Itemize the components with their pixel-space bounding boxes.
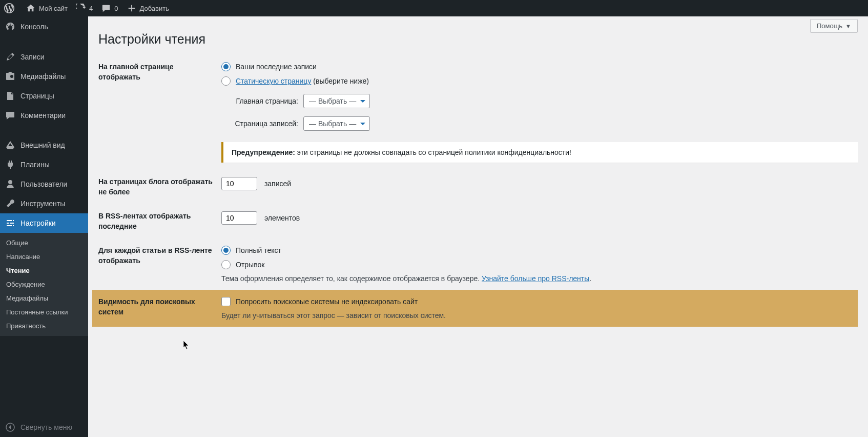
update-icon [76,3,86,13]
svg-rect-0 [7,220,12,221]
main-content: Помощь ▼ Настройки чтения На главной стр… [88,16,868,437]
caret-down-icon: ▼ [845,23,851,29]
menu-appearance-label: Внешний вид [20,141,65,149]
settings-icon [5,218,15,228]
site-name-label: Мой сайт [39,5,68,12]
menu-dashboard[interactable]: Консоль [0,16,88,37]
comments-menu-icon [5,110,15,121]
menu-comments[interactable]: Комментарии [0,106,88,125]
rss-desc-suffix: . [589,274,591,283]
menu-appearance[interactable]: Внешний вид [0,135,88,155]
menu-posts-label: Записи [20,53,44,61]
media-icon [5,71,15,82]
menu-media-label: Медиафайлы [20,72,66,81]
checkbox-discourage-search[interactable] [221,297,231,306]
updates-count: 4 [89,5,93,12]
help-label: Помощь [817,22,842,30]
submenu-privacy[interactable]: Приватность [0,319,88,333]
menu-plugins[interactable]: Плагины [0,155,88,174]
svg-rect-1 [13,220,14,221]
visibility-description: Будет ли учитываться этот запрос — завис… [221,311,852,320]
menu-settings[interactable]: Настройки [0,213,88,233]
comments-menu[interactable]: 0 [97,0,122,16]
radio-excerpt-label[interactable]: Отрывок [236,261,264,269]
collapse-label: Свернуть меню [20,423,72,431]
row-visibility: Видимость для поисковых систем Попросить… [92,297,852,320]
menu-users-label: Пользователи [20,180,67,188]
pages-icon [5,91,15,101]
tools-icon [5,198,15,209]
updates-menu[interactable]: 4 [72,0,97,16]
suffix-rss-items: элементов [264,214,300,222]
site-name-menu[interactable]: Мой сайт [22,0,72,16]
radio-static-page-label[interactable]: Статическую страницу (выберите ниже) [236,77,369,85]
static-page-link[interactable]: Статическую страницу [236,77,311,85]
radio-excerpt[interactable] [221,260,231,269]
settings-submenu: Общие Написание Чтение Обсуждение Медиаф… [0,233,88,336]
menu-posts[interactable]: Записи [0,47,88,67]
label-front-page: На главной странице отображать [98,62,221,82]
submenu-writing[interactable]: Написание [0,250,88,264]
label-blog-pages: На страницах блога отображать не более [98,177,221,197]
svg-rect-2 [7,223,9,224]
wp-logo-menu[interactable] [0,0,22,16]
radio-static-page[interactable] [221,76,231,86]
new-content-menu[interactable]: Добавить [122,0,173,16]
label-posts-page: Страница записей: [232,120,303,128]
warning-notice: Предупреждение: эти страницы не должны с… [221,142,858,163]
posts-icon [5,52,15,62]
checkbox-discourage-label[interactable]: Попросить поисковые системы не индексиро… [236,297,418,306]
label-rss-content: Для каждой статьи в RSS-ленте отображать [98,246,221,266]
input-posts-per-page[interactable] [221,177,257,190]
comments-count: 0 [114,5,118,12]
submenu-general[interactable]: Общие [0,236,88,250]
new-content-label: Добавить [140,5,169,12]
row-front-page: На главной странице отображать Ваши посл… [98,62,858,163]
warning-text: эти страницы не должны совпадать со стра… [295,148,571,156]
menu-media[interactable]: Медиафайлы [0,67,88,86]
admin-sidebar: Консоль Записи Медиафайлы Страницы Комме… [0,16,88,437]
input-rss-items[interactable] [221,211,257,225]
radio-full-text-label[interactable]: Полный текст [236,246,281,254]
plus-icon [127,3,137,13]
suffix-posts-per-page: записей [264,180,291,188]
collapse-icon [5,422,15,432]
page-title: Настройки чтения [98,32,858,47]
home-icon [26,3,36,13]
menu-tools-label: Инструменты [20,200,65,208]
menu-users[interactable]: Пользователи [0,174,88,194]
submenu-media[interactable]: Медиафайлы [0,291,88,305]
radio-full-text[interactable] [221,246,231,255]
menu-tools[interactable]: Инструменты [0,194,88,213]
plugins-icon [5,160,15,170]
rss-learn-more-link[interactable]: Узнайте больше про RSS-ленты [482,274,589,283]
label-home-page: Главная страница: [232,97,303,105]
row-rss-content: Для каждой статьи в RSS-ленте отображать… [98,246,858,283]
submenu-reading[interactable]: Чтение [0,264,88,277]
radio-latest-posts[interactable] [221,62,231,71]
menu-settings-label: Настройки [20,219,56,227]
radio-latest-posts-label[interactable]: Ваши последние записи [236,63,317,71]
select-posts-page[interactable]: — Выбрать — [303,116,370,131]
submenu-discussion[interactable]: Обсуждение [0,277,88,291]
menu-comments-label: Комментарии [20,111,66,120]
svg-rect-5 [13,225,14,226]
select-home-page[interactable]: — Выбрать — [303,94,370,108]
menu-pages[interactable]: Страницы [0,86,88,106]
dashboard-icon [5,22,15,32]
label-rss-items: В RSS-лентах отображать последние [98,211,221,231]
static-page-suffix: (выберите ниже) [311,77,369,85]
appearance-icon [5,140,15,150]
help-tab[interactable]: Помощь ▼ [810,19,858,33]
menu-dashboard-label: Консоль [20,23,48,31]
submenu-permalinks[interactable]: Постоянные ссылки [0,305,88,319]
row-blog-pages: На страницах блога отображать не более з… [98,177,858,197]
svg-rect-4 [7,225,12,226]
users-icon [5,179,15,189]
collapse-menu[interactable]: Свернуть меню [0,418,88,437]
rss-description: Тема оформления определяет то, как содер… [221,274,858,283]
menu-plugins-label: Плагины [20,161,50,169]
label-visibility: Видимость для поисковых систем [98,297,221,317]
row-rss-items: В RSS-лентах отображать последние элемен… [98,211,858,231]
wordpress-icon [4,3,14,13]
